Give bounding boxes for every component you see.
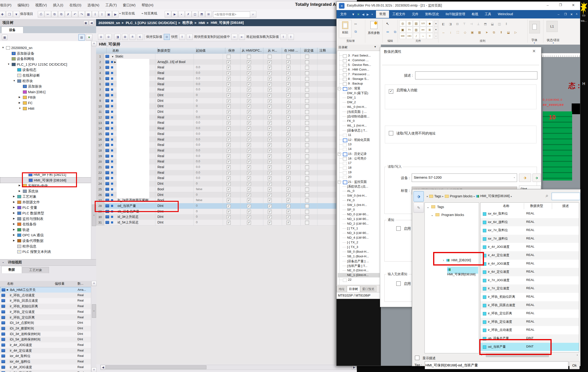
column-header[interactable]: 名称 [110, 48, 158, 54]
chevron-down-icon[interactable]: ▼ [112, 55, 114, 58]
retain-checkbox[interactable] [227, 165, 231, 169]
open-project-icon[interactable]: ❒ [6, 11, 13, 18]
element-scroll-mid-icon[interactable]: ▼ [434, 27, 438, 33]
tree-item[interactable]: Main [OB1] [0, 89, 91, 95]
toc-item[interactable]: NE_0 (DInt-H... [338, 268, 380, 273]
retain-checkbox[interactable] [286, 82, 290, 87]
detail-col-type[interactable]: 数... [77, 282, 91, 286]
tag-row[interactable]: ir_6#_JOG速度REAL [481, 260, 579, 268]
element-tool-icon[interactable]: ◆ [427, 20, 433, 26]
tree-node-program-blocks[interactable]: ⌄ Program blocks [431, 213, 464, 217]
tag-col-header[interactable]: 数据类型 [526, 204, 547, 208]
checkbox[interactable] [305, 160, 309, 164]
menu-item[interactable]: 帮助(H) [138, 1, 157, 9]
child-minimize-icon[interactable]: – [558, 13, 559, 16]
checkbox[interactable] [305, 221, 309, 225]
tag-library-button[interactable]: ⬗ [519, 174, 531, 182]
retain-checkbox[interactable] [268, 127, 272, 131]
file-menu[interactable]: 文件 [336, 12, 351, 16]
toc-item[interactable]: 3 : Fast Select... [338, 54, 380, 58]
retain-checkbox[interactable] [286, 176, 290, 180]
menu-item[interactable]: 编辑(E) [14, 1, 32, 9]
retain-checkbox[interactable] [268, 187, 272, 191]
retain-checkbox[interactable] [247, 215, 251, 219]
collapse-panel-icon[interactable]: ◀ [89, 21, 94, 25]
detail-row[interactable]: ir_环轨_点动速度Real [0, 293, 91, 298]
retain-checkbox[interactable] [247, 77, 251, 81]
align-tool-icon[interactable]: ⊥ [476, 21, 481, 27]
toc-item[interactable]: NE_1 (DInt-H... [338, 273, 380, 277]
element-tool-icon[interactable]: ⌗ [427, 33, 433, 39]
ribbon-tab-Weincloud[interactable]: Weincloud [494, 11, 516, 18]
retain-checkbox[interactable] [286, 154, 290, 158]
lock-icon[interactable]: ⊙ [164, 34, 170, 40]
snap-up-icon[interactable]: ⇧ [179, 34, 185, 40]
tag-row[interactable]: ir_4#_JOG速度REAL [481, 243, 579, 251]
retain-checkbox[interactable] [227, 193, 231, 197]
retain-checkbox[interactable] [268, 193, 272, 197]
tab-data[interactable]: 数据 [1, 266, 22, 273]
notify-enable-checkbox[interactable] [396, 226, 401, 231]
retain-checkbox[interactable] [227, 160, 231, 164]
align-tool-icon[interactable]: ⊟ [455, 21, 460, 27]
retain-checkbox[interactable] [268, 116, 272, 120]
chevron-right-icon[interactable]: ▶ [19, 184, 21, 186]
chevron-down-icon[interactable]: ▼ [13, 79, 15, 82]
tree-item[interactable]: ▶轨迹 [0, 227, 91, 232]
redo-icon[interactable]: ↷ [78, 11, 85, 18]
arrange-tool-icon[interactable]: ↔ [441, 30, 446, 35]
menu-item[interactable]: 工具(T) [102, 1, 120, 9]
tab-window-preview[interactable]: 窗口预览 [360, 286, 377, 292]
detail-row[interactable]: iDi_1#_点胶时间DInt [0, 320, 91, 326]
tree-item[interactable]: ▶FB块 [0, 95, 91, 100]
load-start-values-button[interactable]: 将起始值加载为实际值 [246, 35, 279, 39]
infinite-icon[interactable]: ∞ [385, 29, 391, 35]
retain-checkbox[interactable] [286, 143, 290, 147]
retain-checkbox[interactable] [227, 182, 231, 186]
tree-node-tags[interactable]: ⌄ Tags [427, 205, 444, 209]
tag-row[interactable]: ir_环轨_定位距离REAL [481, 309, 579, 318]
detail-row[interactable]: iDi_3#_送料保持时间DInt [0, 331, 91, 337]
tab-devices[interactable]: 设备 [1, 27, 23, 33]
project-search-input[interactable] [213, 11, 250, 18]
tree-item[interactable]: 设备组态 [0, 67, 91, 72]
checkbox[interactable] [305, 132, 309, 136]
breadcrumb-item[interactable]: 20200920_sn [98, 21, 120, 25]
crumb-item[interactable]: Program blocks [450, 194, 472, 198]
retain-checkbox[interactable] [227, 204, 231, 208]
checkbox[interactable] [305, 210, 309, 214]
arrange-tool-icon[interactable]: ▦ [477, 30, 482, 35]
detail-col-name[interactable]: 名称 [7, 282, 49, 286]
retain-checkbox[interactable] [227, 187, 231, 191]
tag-col-header[interactable]: 描述 [555, 204, 576, 208]
retain-checkbox[interactable] [247, 60, 251, 64]
retain-checkbox[interactable] [268, 215, 272, 219]
lang-label[interactable]: 状态/语言 [543, 38, 564, 42]
checkbox[interactable] [305, 104, 309, 108]
toc-item[interactable]: [-] TX_2 [338, 240, 380, 245]
hmi-green-page[interactable]: 10 [543, 111, 572, 181]
tag-row[interactable]: ir_环轨_定位速度REAL [481, 318, 579, 326]
chevron-right-icon[interactable]: ▶ [13, 206, 15, 208]
retain-checkbox[interactable] [268, 171, 272, 175]
element-tool-icon[interactable]: ≣ [427, 27, 433, 33]
menu-item[interactable]: 视图(V) [32, 1, 50, 9]
redo-icon[interactable]: ▶ [366, 13, 370, 16]
chevron-right-icon[interactable]: ▶ [13, 233, 15, 236]
align-tool-icon[interactable]: ⊣ [469, 21, 474, 27]
tree-item[interactable]: ▶外部源文件 [0, 199, 91, 205]
retain-checkbox[interactable] [227, 127, 231, 131]
scroll-thumb[interactable] [106, 365, 206, 369]
chevron-right-icon[interactable]: ▶ [19, 96, 21, 98]
detail-row[interactable]: ir_环轨_回原点速度Real [0, 298, 91, 304]
retain-checkbox[interactable] [286, 182, 290, 186]
start-icon[interactable]: ▶ [171, 11, 178, 18]
retain-checkbox[interactable] [286, 165, 290, 169]
collapse-icon[interactable]: – [338, 181, 341, 184]
tag-col-header[interactable]: 名称 [490, 204, 523, 208]
element-tool-icon[interactable]: Fn [406, 27, 413, 33]
retain-checkbox[interactable] [227, 171, 231, 175]
tab-tech-objects[interactable]: 工艺对象 [22, 267, 49, 273]
quickbar-dropdown-icon[interactable]: ▾ [370, 13, 374, 16]
tag-browse-button[interactable]: ⬗ [414, 191, 424, 202]
